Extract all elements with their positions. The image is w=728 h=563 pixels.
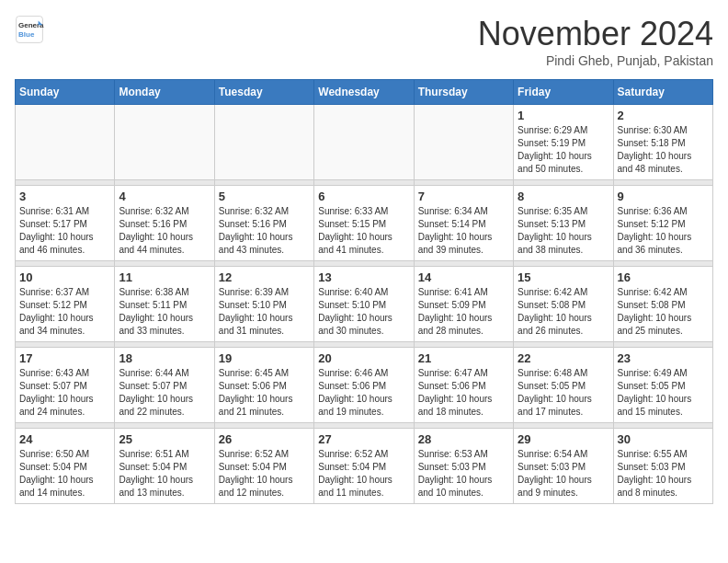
day-info: Sunrise: 6:41 AMSunset: 5:09 PMDaylight:… [418,286,509,338]
day-info: Sunrise: 6:51 AMSunset: 5:04 PMDaylight:… [119,448,210,500]
day-number: 15 [518,270,609,284]
calendar-day-cell [214,105,313,180]
day-info: Sunrise: 6:52 AMSunset: 5:04 PMDaylight:… [219,448,310,500]
weekday-header-row: SundayMondayTuesdayWednesdayThursdayFrid… [16,80,713,105]
day-number: 4 [119,190,210,203]
calendar-day-cell: 13Sunrise: 6:40 AMSunset: 5:10 PMDayligh… [314,267,414,342]
day-number: 30 [618,432,709,446]
logo-icon: General Blue [15,15,44,44]
calendar-table: SundayMondayTuesdayWednesdayThursdayFrid… [15,79,713,504]
calendar-day-cell [16,105,115,180]
calendar-day-cell: 28Sunrise: 6:53 AMSunset: 5:03 PMDayligh… [414,429,513,504]
day-info: Sunrise: 6:48 AMSunset: 5:05 PMDaylight:… [518,367,609,419]
day-number: 18 [119,351,210,365]
day-info: Sunrise: 6:32 AMSunset: 5:16 PMDaylight:… [219,205,310,257]
day-info: Sunrise: 6:29 AMSunset: 5:19 PMDaylight:… [518,124,609,176]
weekday-header: Thursday [414,80,513,105]
day-number: 12 [219,270,310,284]
day-info: Sunrise: 6:30 AMSunset: 5:18 PMDaylight:… [618,124,709,176]
day-info: Sunrise: 6:53 AMSunset: 5:03 PMDaylight:… [418,448,509,500]
day-number: 13 [318,270,409,284]
calendar-day-cell: 12Sunrise: 6:39 AMSunset: 5:10 PMDayligh… [214,267,313,342]
day-number: 2 [618,109,709,122]
day-number: 26 [219,432,310,446]
day-info: Sunrise: 6:42 AMSunset: 5:08 PMDaylight:… [618,286,709,338]
calendar-day-cell: 6Sunrise: 6:33 AMSunset: 5:15 PMDaylight… [314,186,414,261]
day-info: Sunrise: 6:46 AMSunset: 5:06 PMDaylight:… [318,367,409,419]
calendar-week-row: 1Sunrise: 6:29 AMSunset: 5:19 PMDaylight… [16,105,713,180]
calendar-week-row: 24Sunrise: 6:50 AMSunset: 5:04 PMDayligh… [16,429,713,504]
location: Pindi Gheb, Punjab, Pakistan [478,53,713,68]
weekday-header: Saturday [613,80,712,105]
weekday-header: Sunday [16,80,115,105]
day-number: 27 [318,432,409,446]
day-number: 23 [618,351,709,365]
calendar-day-cell: 11Sunrise: 6:38 AMSunset: 5:11 PMDayligh… [115,267,214,342]
day-info: Sunrise: 6:55 AMSunset: 5:03 PMDaylight:… [618,448,709,500]
day-info: Sunrise: 6:50 AMSunset: 5:04 PMDaylight:… [19,448,110,500]
calendar-day-cell: 2Sunrise: 6:30 AMSunset: 5:18 PMDaylight… [613,105,712,180]
calendar-day-cell: 26Sunrise: 6:52 AMSunset: 5:04 PMDayligh… [214,429,313,504]
day-info: Sunrise: 6:45 AMSunset: 5:06 PMDaylight:… [219,367,310,419]
calendar-day-cell: 15Sunrise: 6:42 AMSunset: 5:08 PMDayligh… [514,267,613,342]
day-info: Sunrise: 6:42 AMSunset: 5:08 PMDaylight:… [518,286,609,338]
day-number: 17 [19,351,110,365]
day-number: 20 [318,351,409,365]
calendar-day-cell: 23Sunrise: 6:49 AMSunset: 5:05 PMDayligh… [613,348,712,423]
title-block: November 2024 Pindi Gheb, Punjab, Pakist… [478,15,713,68]
calendar-day-cell: 30Sunrise: 6:55 AMSunset: 5:03 PMDayligh… [613,429,712,504]
calendar-day-cell: 4Sunrise: 6:32 AMSunset: 5:16 PMDaylight… [115,186,214,261]
day-info: Sunrise: 6:32 AMSunset: 5:16 PMDaylight:… [119,205,210,257]
day-info: Sunrise: 6:43 AMSunset: 5:07 PMDaylight:… [19,367,110,419]
calendar-day-cell: 16Sunrise: 6:42 AMSunset: 5:08 PMDayligh… [613,267,712,342]
day-number: 29 [518,432,609,446]
calendar-day-cell: 9Sunrise: 6:36 AMSunset: 5:12 PMDaylight… [613,186,712,261]
calendar-day-cell: 8Sunrise: 6:35 AMSunset: 5:13 PMDaylight… [514,186,613,261]
day-number: 16 [618,270,709,284]
weekday-header: Monday [115,80,214,105]
day-number: 22 [518,351,609,365]
calendar-day-cell: 19Sunrise: 6:45 AMSunset: 5:06 PMDayligh… [214,348,313,423]
calendar-day-cell: 27Sunrise: 6:52 AMSunset: 5:04 PMDayligh… [314,429,414,504]
day-info: Sunrise: 6:37 AMSunset: 5:12 PMDaylight:… [19,286,110,338]
day-number: 25 [119,432,210,446]
calendar-day-cell: 10Sunrise: 6:37 AMSunset: 5:12 PMDayligh… [16,267,115,342]
calendar-day-cell [115,105,214,180]
calendar-day-cell: 22Sunrise: 6:48 AMSunset: 5:05 PMDayligh… [514,348,613,423]
day-number: 3 [19,190,110,203]
day-number: 8 [518,190,609,203]
day-number: 9 [618,190,709,203]
weekday-header: Wednesday [314,80,414,105]
day-info: Sunrise: 6:54 AMSunset: 5:03 PMDaylight:… [518,448,609,500]
day-info: Sunrise: 6:52 AMSunset: 5:04 PMDaylight:… [318,448,409,500]
logo: General Blue [15,15,44,44]
day-info: Sunrise: 6:33 AMSunset: 5:15 PMDaylight:… [318,205,409,257]
calendar-day-cell: 1Sunrise: 6:29 AMSunset: 5:19 PMDaylight… [514,105,613,180]
day-info: Sunrise: 6:35 AMSunset: 5:13 PMDaylight:… [518,205,609,257]
day-number: 10 [19,270,110,284]
day-info: Sunrise: 6:38 AMSunset: 5:11 PMDaylight:… [119,286,210,338]
month-title: November 2024 [478,15,713,53]
day-number: 14 [418,270,509,284]
day-info: Sunrise: 6:36 AMSunset: 5:12 PMDaylight:… [618,205,709,257]
weekday-header: Tuesday [214,80,313,105]
calendar-day-cell: 7Sunrise: 6:34 AMSunset: 5:14 PMDaylight… [414,186,513,261]
day-number: 7 [418,190,509,203]
calendar-week-row: 10Sunrise: 6:37 AMSunset: 5:12 PMDayligh… [16,267,713,342]
day-number: 5 [219,190,310,203]
day-number: 19 [219,351,310,365]
svg-text:Blue: Blue [18,30,35,39]
calendar-week-row: 17Sunrise: 6:43 AMSunset: 5:07 PMDayligh… [16,348,713,423]
day-info: Sunrise: 6:49 AMSunset: 5:05 PMDaylight:… [618,367,709,419]
calendar-day-cell: 29Sunrise: 6:54 AMSunset: 5:03 PMDayligh… [514,429,613,504]
day-number: 24 [19,432,110,446]
calendar-day-cell [314,105,414,180]
weekday-header: Friday [514,80,613,105]
day-number: 28 [418,432,509,446]
calendar-day-cell: 24Sunrise: 6:50 AMSunset: 5:04 PMDayligh… [16,429,115,504]
calendar-day-cell: 20Sunrise: 6:46 AMSunset: 5:06 PMDayligh… [314,348,414,423]
day-info: Sunrise: 6:44 AMSunset: 5:07 PMDaylight:… [119,367,210,419]
day-info: Sunrise: 6:39 AMSunset: 5:10 PMDaylight:… [219,286,310,338]
day-info: Sunrise: 6:40 AMSunset: 5:10 PMDaylight:… [318,286,409,338]
calendar-day-cell: 25Sunrise: 6:51 AMSunset: 5:04 PMDayligh… [115,429,214,504]
